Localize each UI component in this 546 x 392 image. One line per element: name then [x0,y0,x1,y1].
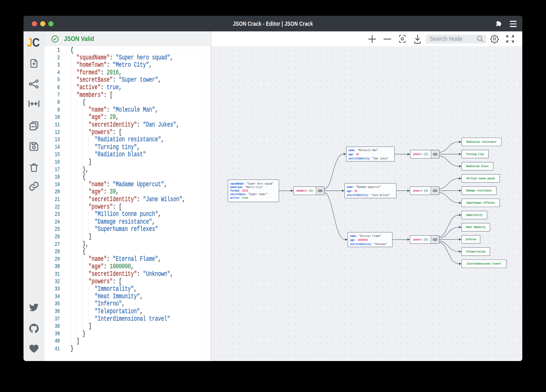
svg-text:secretIdentity: "Jane Wilson": secretIdentity: "Jane Wilson" [347,194,390,197]
svg-text:powers (5): powers (5) [413,238,428,241]
svg-text:powers (3): powers (3) [413,152,428,156]
svg-text:Superhuman reflexes: Superhuman reflexes [467,201,495,204]
svg-text:secretBase: "Super tower": secretBase: "Super tower" [230,193,268,196]
svg-text:Million tonne punch: Million tonne punch [467,177,495,180]
svg-text:Damage resistance: Damage resistance [466,189,492,192]
svg-text:active: true: active: true [230,196,248,200]
svg-text:formed: 2016: formed: 2016 [230,189,248,193]
svg-text:Inferno: Inferno [466,238,476,241]
svg-text:members (3): members (3) [297,189,313,192]
svg-text:Interdimensional travel: Interdimensional travel [467,262,501,266]
svg-text:squadName: "Super hero squad": squadName: "Super hero squad" [230,182,274,186]
svg-text:age: 1000000: age: 1000000 [350,238,368,242]
svg-text:Immortality: Immortality [466,214,482,217]
svg-text:name: "Madame Uppercut": name: "Madame Uppercut" [347,185,381,189]
svg-text:Heat Immunity: Heat Immunity [466,226,486,229]
svg-text:Radiation blast: Radiation blast [466,164,489,168]
svg-text:name: "Molecule Man": name: "Molecule Man" [348,149,378,152]
svg-text:secretIdentity: "Dan Jukes": secretIdentity: "Dan Jukes" [348,157,389,160]
svg-text:Teleportation: Teleportation [466,250,486,253]
svg-text:Turning tiny: Turning tiny [466,152,484,156]
svg-text:name: "Eternal Flame": name: "Eternal Flame" [350,234,381,238]
svg-text:age: 29: age: 29 [348,153,359,156]
svg-text:powers (3): powers (3) [413,189,428,192]
svg-text:homeTown: "Metro City": homeTown: "Metro City" [230,186,263,189]
svg-text:secretIdentity: "Unknown": secretIdentity: "Unknown" [350,243,387,246]
svg-text:Radiation resistance: Radiation resistance [467,140,496,144]
svg-text:age: 39: age: 39 [347,190,357,193]
